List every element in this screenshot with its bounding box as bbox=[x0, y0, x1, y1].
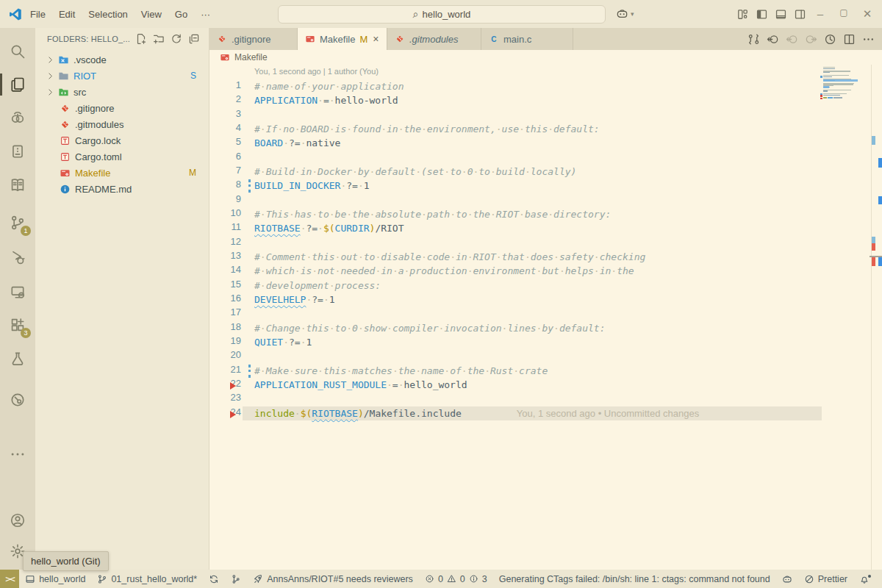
status-notifications[interactable] bbox=[853, 570, 882, 588]
tree-item-Cargolock[interactable]: Cargo.lock bbox=[35, 132, 209, 148]
activity-item-testing[interactable] bbox=[0, 344, 35, 373]
menu-go[interactable]: Go bbox=[168, 9, 194, 20]
menu-file[interactable]: File bbox=[24, 9, 52, 20]
warning-icon bbox=[447, 574, 456, 584]
minimize-button[interactable]: – bbox=[814, 7, 826, 20]
activity-item-explorer[interactable] bbox=[0, 70, 35, 99]
new-file-icon[interactable] bbox=[135, 33, 147, 45]
tree-item-vscode[interactable]: .vscode bbox=[35, 51, 209, 68]
code-editor[interactable]: You, 1 second ago | 1 author (You)1#·nam… bbox=[209, 65, 882, 570]
toggle-secondary-icon[interactable] bbox=[794, 8, 806, 21]
tree-item-gitignore[interactable]: .gitignore bbox=[35, 100, 209, 116]
activity-item-raspberry-pi[interactable] bbox=[0, 103, 35, 132]
explorer-sidebar: FOLDERS: HELLO_... .vscodeRIOTSsrc.gitig… bbox=[35, 28, 209, 570]
info-icon bbox=[469, 574, 478, 584]
tab-gitignore[interactable]: .gitignore bbox=[209, 28, 298, 50]
menu-selection[interactable]: Selection bbox=[82, 9, 134, 20]
tab-mainc[interactable]: Cmain.c bbox=[481, 28, 573, 50]
active-indicator bbox=[0, 74, 2, 96]
tree-item-src[interactable]: src bbox=[35, 84, 209, 100]
project-manager-icon bbox=[10, 143, 26, 159]
tooltip: hello_world (Git) bbox=[23, 551, 109, 571]
menu-[interactable]: ··· bbox=[194, 9, 217, 20]
status-copilot[interactable] bbox=[776, 570, 798, 588]
chevron-down-icon[interactable]: ▾ bbox=[631, 10, 634, 18]
error-count: 0 bbox=[438, 574, 443, 584]
line-number: 2 bbox=[209, 93, 241, 104]
activity-item-remote-explorer[interactable] bbox=[0, 277, 35, 306]
status-git-graph[interactable] bbox=[225, 570, 247, 588]
previous-change-icon[interactable] bbox=[767, 33, 779, 46]
activity-item-search[interactable] bbox=[0, 37, 35, 66]
collapse-all-icon[interactable] bbox=[188, 33, 200, 45]
codelens[interactable]: You, 1 second ago | 1 author (You) bbox=[254, 67, 379, 76]
menu-edit[interactable]: Edit bbox=[52, 9, 82, 20]
close-window-button[interactable]: ✕ bbox=[861, 7, 873, 21]
command-center-search[interactable]: ⌕ hello_world bbox=[278, 5, 606, 24]
open-changes-icon[interactable] bbox=[747, 33, 760, 46]
tree-item-READMEmd[interactable]: README.md bbox=[35, 181, 209, 197]
activity-item-gitlens[interactable] bbox=[0, 385, 35, 415]
code-line-2: APPLICATION·=·hello-world bbox=[254, 93, 398, 107]
toggle-sidebar-icon[interactable] bbox=[756, 8, 768, 21]
gutter-modified-indicator[interactable] bbox=[248, 179, 251, 193]
line-number: 3 bbox=[209, 108, 241, 119]
toml-file-icon bbox=[60, 151, 71, 162]
gutter-modified-indicator[interactable] bbox=[248, 365, 251, 378]
new-folder-icon[interactable] bbox=[153, 33, 165, 45]
maximize-button[interactable]: ▢ bbox=[838, 7, 850, 18]
run-debug-icon bbox=[10, 249, 26, 265]
menu-view[interactable]: View bbox=[135, 9, 168, 20]
line-number: 10 bbox=[209, 207, 241, 218]
git-file-icon bbox=[395, 34, 405, 44]
search-value: hello_world bbox=[423, 9, 471, 20]
status-launchpad[interactable]: AnnsAnns/RIOT#5 needs reviewers bbox=[247, 570, 419, 588]
minimap-gutter-deleted bbox=[820, 95, 822, 97]
overview-slider-edge[interactable] bbox=[870, 256, 882, 257]
tree-item-Cargotoml[interactable]: Cargo.toml bbox=[35, 148, 209, 165]
copilot-icon[interactable] bbox=[616, 7, 628, 20]
activity-item-extensions[interactable]: 3 bbox=[0, 310, 35, 340]
refresh-icon[interactable] bbox=[171, 33, 182, 45]
gitlens-icon bbox=[10, 392, 26, 408]
activity-item-docs[interactable] bbox=[0, 171, 35, 200]
gutter-deleted-indicator[interactable] bbox=[230, 382, 236, 390]
status-ctags-message[interactable]: Generating CTags failed: /bin/sh: line 1… bbox=[493, 570, 776, 588]
tree-item-RIOT[interactable]: RIOTS bbox=[35, 68, 209, 84]
activity-item-source-control[interactable]: 1 bbox=[0, 208, 35, 237]
next-disabled-icon bbox=[805, 33, 817, 46]
minimap-line bbox=[823, 72, 830, 73]
breadcrumb[interactable]: Makefile bbox=[209, 50, 882, 65]
close-tab-icon[interactable]: × bbox=[373, 33, 379, 45]
split-editor-icon[interactable] bbox=[843, 33, 856, 46]
activity-item-more[interactable] bbox=[0, 440, 35, 469]
remote-indicator[interactable]: >< bbox=[0, 570, 19, 588]
status-git-branch[interactable]: 01_rust_hello_world* bbox=[91, 570, 203, 588]
testing-icon bbox=[10, 351, 26, 367]
git-file-icon bbox=[60, 103, 71, 114]
tree-item-Makefile[interactable]: MakefileM bbox=[35, 165, 209, 181]
status-prettier[interactable]: Prettier bbox=[798, 570, 853, 588]
toml-file-icon bbox=[60, 135, 71, 146]
activity-item-account[interactable] bbox=[0, 506, 35, 535]
branch-icon bbox=[97, 574, 107, 584]
tree-item-gitmodules[interactable]: .gitmodules bbox=[35, 116, 209, 132]
activity-item-project-manager[interactable] bbox=[0, 137, 35, 166]
status-problems[interactable]: 003 bbox=[419, 570, 493, 588]
line-number: 15 bbox=[209, 279, 241, 290]
activity-item-run-debug[interactable] bbox=[0, 243, 35, 272]
more-actions-icon[interactable] bbox=[862, 33, 875, 46]
file-history-icon[interactable] bbox=[824, 33, 836, 46]
customize-layout-icon[interactable] bbox=[736, 8, 749, 21]
makefile-icon bbox=[60, 168, 71, 179]
error-icon bbox=[425, 574, 434, 584]
status-workspace[interactable]: hello_world bbox=[19, 570, 91, 588]
toggle-panel-icon[interactable] bbox=[775, 8, 787, 21]
tab-Makefile[interactable]: MakefileM× bbox=[298, 28, 387, 50]
badge: 1 bbox=[21, 226, 31, 236]
git-file-icon bbox=[60, 119, 71, 130]
gutter-deleted-indicator[interactable] bbox=[230, 411, 236, 418]
tab-gitmodules[interactable]: .gitmodules bbox=[387, 28, 481, 50]
svg-text:C: C bbox=[491, 35, 496, 43]
status-sync[interactable] bbox=[203, 570, 225, 588]
